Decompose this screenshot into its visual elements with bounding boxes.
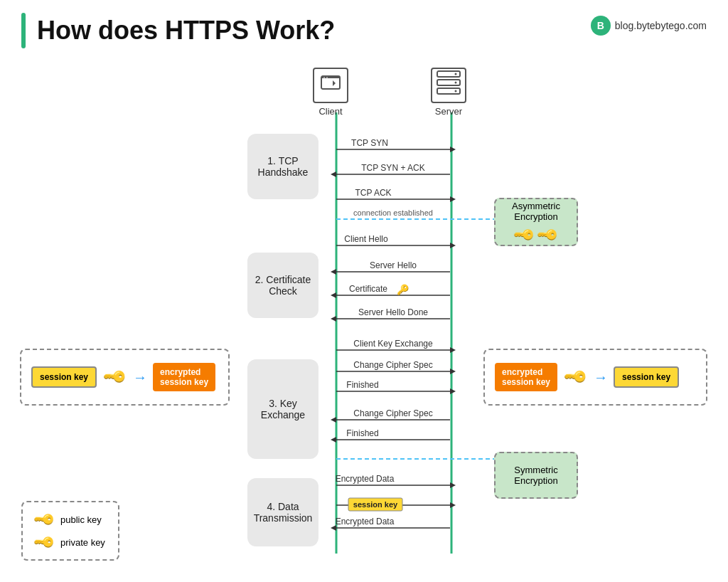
- legend-public-key-icon: 🔑: [32, 507, 57, 532]
- client-label: Client: [318, 106, 342, 117]
- client-icon: [313, 68, 348, 103]
- page-title: How does HTTPS Work?: [21, 13, 335, 48]
- private-key-icon: 🔑: [535, 223, 560, 248]
- svg-point-54: [323, 77, 325, 78]
- svg-marker-24: [331, 316, 336, 322]
- svg-text:connection established: connection established: [353, 208, 433, 217]
- svg-marker-50: [331, 525, 336, 531]
- legend-public-key: 🔑 public key: [36, 511, 105, 528]
- encrypted-session-key-left: encryptedsession key: [153, 363, 215, 391]
- svg-rect-47: [348, 498, 402, 511]
- svg-marker-9: [450, 196, 456, 202]
- public-key-icon: 🔑: [512, 223, 537, 248]
- arrow-right-left: →: [133, 369, 147, 386]
- svg-marker-43: [450, 482, 456, 488]
- svg-text:Server Hello: Server Hello: [370, 260, 417, 270]
- svg-marker-27: [450, 347, 456, 353]
- svg-marker-46: [450, 502, 456, 508]
- svg-marker-6: [331, 171, 336, 177]
- server-actor: Server: [431, 68, 466, 117]
- encrypted-session-key-right: encryptedsession key: [495, 363, 557, 391]
- svg-text:Finished: Finished: [346, 380, 378, 390]
- svg-text:Client Key Exchange: Client Key Exchange: [353, 339, 433, 349]
- symmetric-encryption-box: Symmetric Encryption: [494, 452, 578, 499]
- svg-marker-56: [333, 80, 336, 86]
- svg-marker-20: [331, 292, 336, 298]
- client-actor: Client: [313, 68, 348, 117]
- server-icon: [431, 68, 466, 103]
- svg-text:Certificate: Certificate: [349, 284, 387, 294]
- right-enc-box: encryptedsession key 🔑 → session key: [483, 349, 707, 406]
- server-label: Server: [435, 106, 462, 117]
- svg-text:TCP SYN + ACK: TCP SYN + ACK: [361, 163, 424, 173]
- svg-marker-3: [450, 147, 456, 152]
- svg-text:TCP SYN: TCP SYN: [351, 138, 388, 148]
- red-key-right: 🔑: [562, 364, 589, 390]
- svg-text:Change Cipher Spec: Change Cipher Spec: [353, 408, 432, 418]
- blue-key-left: 🔑: [102, 364, 128, 390]
- arrow-right-right: →: [594, 369, 608, 386]
- svg-point-61: [455, 82, 457, 84]
- svg-text:Encrypted Data: Encrypted Data: [336, 517, 395, 527]
- svg-point-55: [326, 77, 328, 78]
- step1-box: 1. TCPHandshake: [247, 134, 318, 199]
- legend-private-key-icon: 🔑: [32, 530, 57, 555]
- svg-text:TCP ACK: TCP ACK: [355, 188, 391, 198]
- step4-box: 4. DataTransmission: [247, 478, 318, 546]
- svg-marker-39: [331, 437, 336, 443]
- brand: B blog.bytebytego.com: [591, 16, 707, 36]
- svg-text:session key: session key: [353, 500, 398, 509]
- svg-marker-14: [450, 243, 456, 248]
- svg-marker-33: [450, 388, 456, 394]
- svg-marker-30: [450, 369, 456, 374]
- asymmetric-encryption-box: Asymmetric Encryption 🔑 🔑: [494, 198, 578, 246]
- legend-private-key: 🔑 private key: [36, 534, 105, 551]
- session-key-tag-right: session key: [614, 366, 679, 388]
- legend: 🔑 public key 🔑 private key: [21, 501, 119, 561]
- svg-marker-17: [331, 269, 336, 275]
- svg-text:Server Hello Done: Server Hello Done: [358, 307, 428, 317]
- session-key-tag-left: session key: [31, 366, 97, 388]
- brand-icon: B: [591, 16, 611, 36]
- svg-marker-36: [331, 417, 336, 423]
- svg-text:Finished: Finished: [346, 428, 378, 438]
- svg-text:Change Cipher Spec: Change Cipher Spec: [353, 360, 432, 370]
- step2-box: 2. CertificateCheck: [247, 253, 318, 318]
- svg-text:Encrypted Data: Encrypted Data: [336, 474, 395, 484]
- svg-text:Client Hello: Client Hello: [344, 234, 388, 244]
- step3-box: 3. KeyExchange: [247, 359, 318, 459]
- left-enc-box: session key 🔑 → encryptedsession key: [20, 349, 230, 406]
- svg-point-62: [455, 90, 457, 92]
- svg-point-60: [455, 73, 457, 75]
- svg-text:🔑: 🔑: [397, 284, 410, 296]
